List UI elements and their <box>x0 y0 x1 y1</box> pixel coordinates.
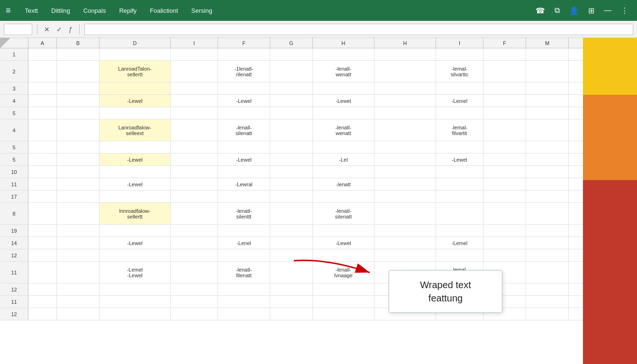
cell-5a-h1[interactable] <box>313 107 374 119</box>
cell-8-h1[interactable]: -L­el <box>313 154 374 165</box>
cell-5a-i2[interactable] <box>436 107 483 119</box>
cell-17-i2[interactable] <box>436 191 483 202</box>
cell-11-b[interactable] <box>57 178 100 190</box>
col-header-i[interactable]: I <box>171 38 218 48</box>
cell-8-m[interactable] <box>526 154 569 165</box>
cell-14-i[interactable] <box>171 237 218 249</box>
cell-4-h1[interactable]: -Lewel <box>313 95 374 107</box>
cell-7-h2[interactable] <box>374 141 436 153</box>
cell-17-f[interactable] <box>218 191 270 202</box>
cell-4-i2[interactable]: -Lemel <box>436 95 483 107</box>
cell-7-f[interactable] <box>218 141 270 153</box>
cell-3-i[interactable] <box>171 82 218 94</box>
cell-7-h1[interactable] <box>313 141 374 153</box>
cell-12-i2[interactable] <box>436 249 483 261</box>
cell-14-a[interactable] <box>28 237 57 249</box>
cell-1-i2[interactable] <box>436 48 483 60</box>
col-header-h1[interactable]: H <box>313 38 374 48</box>
cell-12c-a[interactable] <box>28 308 57 320</box>
cell-2-d[interactable]: LanroadTalon-sellertt <box>100 61 171 82</box>
cell-12c-g[interactable] <box>270 308 313 320</box>
copy-icon[interactable]: ⧉ <box>552 4 563 17</box>
cell-6-b[interactable] <box>57 119 100 141</box>
col-header-d[interactable]: D <box>100 38 171 48</box>
cell-7-g[interactable] <box>270 141 313 153</box>
cell-10-f[interactable] <box>218 166 270 178</box>
cell-17-h1[interactable] <box>313 191 374 202</box>
cell-2-i[interactable] <box>171 61 218 82</box>
menu-item-conpals[interactable]: Conpals <box>77 4 113 17</box>
cell-14-i2[interactable]: -Lemel <box>436 237 483 249</box>
cell-8b-f2[interactable] <box>483 203 526 224</box>
cell-6-g[interactable] <box>270 119 313 141</box>
cell-12c-i[interactable] <box>171 308 218 320</box>
cell-12-f[interactable] <box>218 249 270 261</box>
cell-1-b[interactable] <box>57 48 100 60</box>
cell-11b-m[interactable] <box>526 262 569 283</box>
cell-12c-b[interactable] <box>57 308 100 320</box>
cell-3-b[interactable] <box>57 82 100 94</box>
cell-11-d[interactable]: -Lewel <box>100 178 171 190</box>
cancel-button[interactable]: ✕ <box>42 25 52 34</box>
menu-item-textt[interactable]: Textt <box>18 4 45 17</box>
cell-4-f[interactable]: -Lewel <box>218 95 270 107</box>
cell-7-i[interactable] <box>171 141 218 153</box>
cell-14-f[interactable]: -Lenel <box>218 237 270 249</box>
cell-7-m[interactable] <box>526 141 569 153</box>
cell-8-f[interactable]: -Lewel <box>218 154 270 165</box>
cell-11-g[interactable] <box>270 178 313 190</box>
cell-11b-b[interactable] <box>57 262 100 283</box>
cell-12b-f[interactable] <box>218 283 270 295</box>
menu-item-repify[interactable]: Repify <box>112 4 143 17</box>
cell-12-a[interactable] <box>28 249 57 261</box>
cell-4-g[interactable] <box>270 95 313 107</box>
minimize-icon[interactable]: — <box>601 4 614 17</box>
cell-12b-g[interactable] <box>270 283 313 295</box>
cell-10-m[interactable] <box>526 166 569 178</box>
cell-1-f[interactable] <box>218 48 270 60</box>
cell-11b-d[interactable]: -Lemel-Lewel <box>100 262 171 283</box>
cell-19-f[interactable] <box>218 225 270 237</box>
cell-14-g[interactable] <box>270 237 313 249</box>
col-header-b[interactable]: B <box>57 38 100 48</box>
cell-12-b[interactable] <box>57 249 100 261</box>
cell-2-h1[interactable]: -lenall-wenatt <box>313 61 374 82</box>
cell-11c-i[interactable] <box>171 296 218 308</box>
cell-8-f2[interactable] <box>483 154 526 165</box>
cell-3-h2[interactable] <box>374 82 436 94</box>
cell-8b-i2[interactable] <box>436 203 483 224</box>
cell-11-m[interactable] <box>526 178 569 190</box>
cell-11-i2[interactable] <box>436 178 483 190</box>
cell-19-f2[interactable] <box>483 225 526 237</box>
cell-12c-d[interactable] <box>100 308 171 320</box>
cell-8-g[interactable] <box>270 154 313 165</box>
cell-8b-b[interactable] <box>57 203 100 224</box>
cell-3-f2[interactable] <box>483 82 526 94</box>
cell-11-h1[interactable]: -lenatt <box>313 178 374 190</box>
cell-10-d[interactable] <box>100 166 171 178</box>
cell-2-i2[interactable]: -lemal-silvarttc <box>436 61 483 82</box>
cell-5a-d[interactable] <box>100 107 171 119</box>
cell-12-i[interactable] <box>171 249 218 261</box>
cell-11b-f[interactable]: -lenatl-filenatt <box>218 262 270 283</box>
cell-10-h1[interactable] <box>313 166 374 178</box>
more-icon[interactable]: ⋮ <box>618 4 631 17</box>
cell-19-m[interactable] <box>526 225 569 237</box>
cell-5a-f2[interactable] <box>483 107 526 119</box>
cell-10-i[interactable] <box>171 166 218 178</box>
cell-11c-f[interactable] <box>218 296 270 308</box>
call-icon[interactable]: ☎ <box>533 4 548 17</box>
col-header-a[interactable]: A <box>28 38 57 48</box>
cell-6-i2[interactable]: -lemal-filvartit <box>436 119 483 141</box>
cell-4-a[interactable] <box>28 95 57 107</box>
cell-10-g[interactable] <box>270 166 313 178</box>
cell-8-b[interactable] <box>57 154 100 165</box>
cell-3-a[interactable] <box>28 82 57 94</box>
cell-14-m[interactable] <box>526 237 569 249</box>
cell-8b-f[interactable]: -lenatl-silenttt <box>218 203 270 224</box>
cell-14-h2[interactable] <box>374 237 436 249</box>
cell-8b-a[interactable] <box>28 203 57 224</box>
cell-11c-b[interactable] <box>57 296 100 308</box>
col-header-f2[interactable]: F <box>483 38 526 48</box>
cell-8-h2[interactable] <box>374 154 436 165</box>
